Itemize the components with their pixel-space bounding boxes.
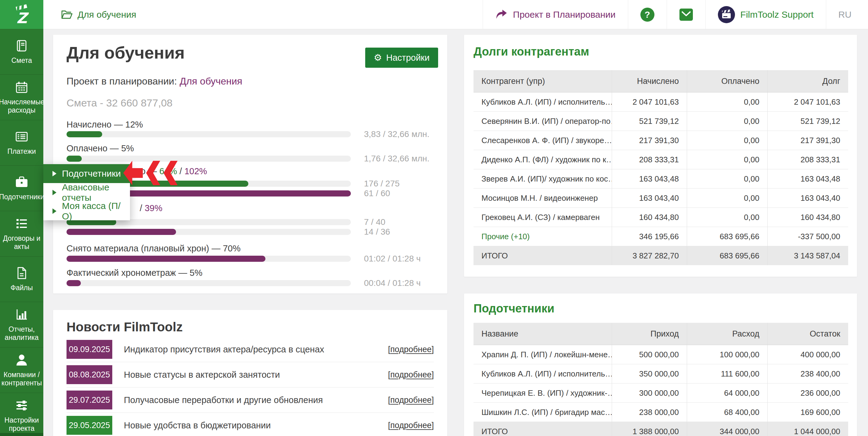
- table-row: Слесаренков А. Ф. (ИП) / звукоре…217 391…: [473, 131, 848, 150]
- label-fragment: /: [140, 203, 145, 213]
- cell-value: 0,00: [687, 112, 768, 131]
- top-bar-actions: Проект в Планировании ?: [483, 0, 864, 29]
- cell-name: Зверев А.И. (ИП)/ художник по кос…: [473, 169, 612, 188]
- cell-value: 217 391,30: [612, 131, 687, 150]
- progress-label: Оплачено — 5%: [66, 144, 134, 153]
- table-header-row: НазваниеПриходРасходОстаток: [473, 323, 848, 345]
- sidebar-item-payments[interactable]: Платежи: [0, 120, 43, 165]
- sidebar-item-file[interactable]: Файлы: [0, 256, 43, 302]
- sidebar-item-contracts[interactable]: Договоры и акты: [0, 211, 43, 256]
- support-account[interactable]: FilmToolz Support: [705, 0, 826, 29]
- language-switcher[interactable]: RU: [826, 0, 864, 29]
- news-item-title: Получасовые переработки и другие обновле…: [124, 395, 388, 405]
- sidebar-item-chart[interactable]: Отчеты, аналитика: [0, 302, 43, 347]
- svg-text:Z: Z: [17, 9, 29, 25]
- menu-item[interactable]: Моя касса (П/О): [43, 202, 130, 220]
- red-chevron-icon: [146, 161, 160, 185]
- column-header: Остаток: [768, 323, 848, 345]
- progress-bar: [66, 131, 351, 137]
- payments-icon: [14, 130, 29, 144]
- project-status-link[interactable]: Проект в Планировании: [483, 0, 628, 29]
- news-item: 29.07.2025Получасовые переработки и друг…: [66, 387, 434, 413]
- news-more-link[interactable]: [подробнее]: [388, 370, 434, 379]
- menu-item-label: Авансовые отчеты: [62, 182, 130, 203]
- cell-name: Диденко А.П. (ФЛ) / художник по к…: [473, 150, 612, 169]
- breadcrumb-label: Для обучения: [78, 9, 136, 20]
- cell-name: Черепицкая Е. В. (ИП) / художник-…: [473, 383, 612, 402]
- chart-icon: [14, 308, 29, 321]
- brand-logo[interactable]: Z: [0, 0, 43, 29]
- cell-value: 400 000,00: [768, 345, 848, 364]
- cell-value: -337 500,00: [768, 227, 848, 246]
- percent-purple: 39%: [145, 203, 162, 213]
- cell-value: 100 000,00: [687, 345, 768, 364]
- sidebar-item-label: Настройки проекта: [0, 416, 43, 433]
- support-label: FilmToolz Support: [741, 9, 814, 20]
- news-item: 09.09.2025Индикатор присутствия актера/р…: [66, 337, 434, 362]
- progress-fill: [66, 256, 266, 262]
- progress-value: 7 / 40: [364, 217, 385, 227]
- column-header: Контрагент (упр): [473, 70, 612, 92]
- cell-value: 0,00: [687, 189, 768, 208]
- news-item-title: Новые статусы в актерской занятости: [124, 370, 388, 380]
- sidebar-item-sliders[interactable]: Настройки проекта: [0, 393, 43, 436]
- progress-bar: [66, 156, 351, 162]
- cell-name: Грековец А.И. (СЗ) / камерваген: [473, 208, 612, 227]
- cell-value: 160 434,80: [768, 208, 848, 227]
- contracts-icon: [14, 217, 29, 231]
- news-more-link[interactable]: [подробнее]: [388, 396, 434, 405]
- cell-value: 683 695,66: [687, 227, 768, 246]
- sidebar-item-book[interactable]: Смета: [0, 29, 43, 74]
- menu-item[interactable]: Авансовые отчеты: [43, 183, 130, 202]
- person-icon: [14, 353, 29, 367]
- news-card: Новости FilmToolz 09.09.2025Индикатор пр…: [53, 310, 447, 436]
- progress-value: 61 / 60: [364, 189, 390, 198]
- progress-fill: [66, 131, 102, 137]
- cell-value: 0,00: [687, 92, 768, 112]
- book-icon: [14, 39, 29, 53]
- sidebar-item-calendar[interactable]: Начисляемые расходы: [0, 74, 43, 120]
- news-title: Новости FilmToolz: [66, 320, 183, 334]
- clapperboard-z-logo: Z: [12, 4, 31, 25]
- column-header: Название: [473, 323, 612, 345]
- messages-button[interactable]: [666, 0, 705, 29]
- table-row: ИТОГО3 827 282,70683 695,663 143 587,04: [473, 246, 848, 265]
- table-row: Кубликов А.Л. (ИП) / исполнитель…350 000…: [473, 364, 848, 383]
- cell-value: 163 043,48: [768, 169, 848, 188]
- news-more-link[interactable]: [подробнее]: [388, 421, 434, 430]
- cell-name: Кубликов А.Л. (ИП) / исполнитель…: [473, 364, 612, 383]
- reporters-card: Подотчетники НазваниеПриходРасходОстаток…: [464, 293, 857, 436]
- breadcrumb[interactable]: Для обучения: [43, 0, 136, 29]
- news-date-badge: 08.08.2025: [66, 365, 112, 384]
- column-header: Расход: [687, 323, 768, 345]
- others-link[interactable]: Прочие (+10): [473, 227, 612, 246]
- progress-label: Снято материала (плановый хрон) — 70%: [66, 244, 241, 253]
- table-row: Мосинцов М.Н. / видеоинженер163 043,400,…: [473, 189, 848, 208]
- cell-name: ИТОГО: [473, 422, 612, 436]
- cell-value: 163 043,48: [612, 169, 687, 188]
- avatar: [718, 6, 735, 23]
- top-bar: Для обучения Проект в Планировании ?: [43, 0, 868, 29]
- help-button[interactable]: ?: [628, 0, 666, 29]
- cell-value: 2 047 101,63: [612, 92, 687, 112]
- news-date-badge: 09.09.2025: [66, 340, 112, 359]
- progress-fill: [66, 280, 81, 286]
- cell-name: Слесаренков А. Ф. (ИП) / звукоре…: [473, 131, 612, 150]
- percent-separator: /: [177, 166, 184, 176]
- cell-name: Шишкин Л.С. (ИП) / бригадир мас…: [473, 403, 612, 422]
- sidebar-item-person[interactable]: Компании / контрагенты: [0, 347, 43, 393]
- menu-item[interactable]: Подотчетники: [43, 164, 130, 183]
- debts-table: Контрагент (упр)НачисленоОплаченоДолгКуб…: [473, 70, 848, 265]
- cell-value: 0,00: [687, 131, 768, 150]
- cell-value: 350 000,00: [612, 364, 687, 383]
- progress-value: 176 / 275: [364, 179, 400, 189]
- sidebar-item-briefcase[interactable]: Подотчетники: [0, 165, 43, 211]
- news-more-link[interactable]: [подробнее]: [388, 345, 434, 354]
- cell-value: 208 333,31: [768, 150, 848, 169]
- cell-value: 163 043,40: [612, 189, 687, 208]
- question-icon: ?: [641, 8, 654, 22]
- sidebar-item-label: Договоры и акты: [0, 234, 43, 251]
- table-row: Северянин В.И. (ИП) / оператор-по…521 73…: [473, 112, 848, 131]
- sidebar-nav: СметаНачисляемые расходыПлатежиПодотчетн…: [0, 29, 43, 436]
- project-status-label: Проект в Планировании: [513, 9, 615, 20]
